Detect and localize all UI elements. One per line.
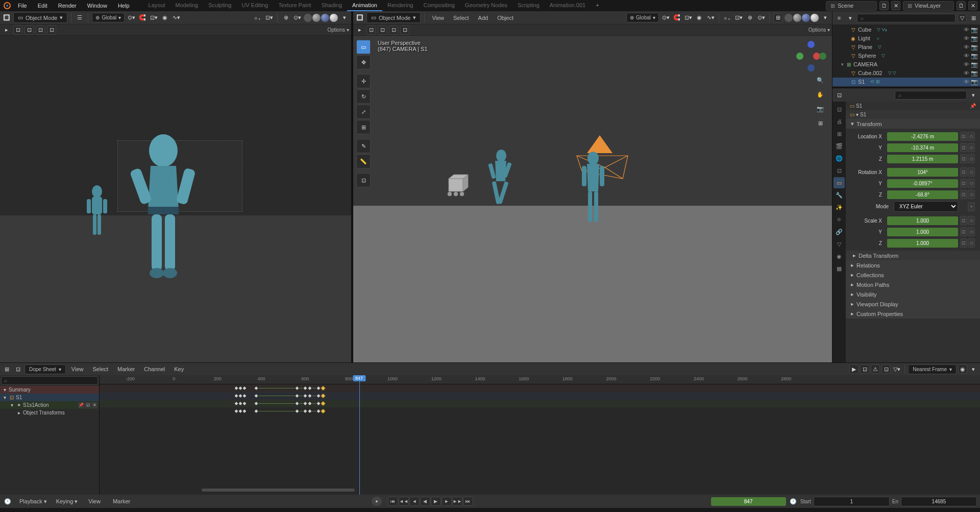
selb2-r-icon[interactable]: ⊡ — [378, 26, 387, 35]
render-icon[interactable]: 📷 — [971, 43, 978, 51]
axis-y-neg[interactable] — [796, 53, 803, 60]
shading-mat-r-icon[interactable] — [802, 14, 810, 22]
workspace-add-button[interactable]: + — [591, 0, 604, 11]
eye-icon[interactable]: 👁 — [964, 35, 969, 42]
render-icon[interactable]: 📷 — [971, 69, 978, 77]
keyframe[interactable] — [307, 409, 312, 414]
menu-icon[interactable]: ☰ — [75, 13, 84, 22]
keyframe[interactable] — [295, 401, 300, 406]
outliner-item-cube[interactable]: ▽Cube▽ V₃👁📷 — [832, 26, 980, 34]
tab-collection[interactable]: ⊡ — [834, 165, 845, 176]
timeline-track[interactable] — [100, 407, 980, 415]
nav-gizmo[interactable] — [796, 41, 827, 71]
ds-view[interactable]: View — [68, 364, 87, 374]
ds-nearest-frame[interactable]: Nearest Frame ▾ — [908, 364, 957, 374]
keyframe[interactable] — [307, 394, 312, 399]
options-left[interactable]: Options ▾ — [328, 27, 349, 33]
scale-z-field[interactable] — [887, 239, 958, 248]
shading-dd-icon[interactable]: ▾ — [340, 13, 349, 22]
axis-z-neg[interactable] — [807, 64, 815, 71]
ds-filter4-icon[interactable]: ⊡ — [881, 364, 891, 374]
play-button[interactable]: ▶ — [431, 497, 441, 506]
rotation-x-field[interactable] — [887, 168, 958, 177]
sel-box4-icon[interactable]: ⊡ — [47, 26, 56, 35]
keyframe[interactable] — [321, 409, 326, 414]
tab-data[interactable]: ▽ — [834, 238, 845, 250]
workspace-tab-animation[interactable]: Animation — [347, 0, 382, 11]
tab-scene[interactable]: 🎬 — [834, 140, 845, 152]
snap-dd-icon[interactable]: ⊡▾ — [149, 13, 158, 22]
tab-render[interactable]: ⊡ — [834, 104, 845, 115]
keyframe[interactable] — [242, 401, 247, 406]
keyframe[interactable] — [242, 394, 247, 399]
snapdd-r-icon[interactable]: ⊡▾ — [683, 13, 693, 22]
outliner[interactable]: ▽Cube▽ V₃👁📷◉Light☼👁📷▽Plane▽👁📷▽Sphere▽👁📷▾… — [832, 25, 980, 87]
tab-physics[interactable]: ⚛ — [834, 214, 845, 225]
keyframe[interactable] — [307, 401, 312, 406]
pan-icon[interactable]: ✋ — [815, 89, 826, 100]
workspace-tab-sculpting[interactable]: Sculpting — [203, 0, 236, 11]
f1-r-icon[interactable]: ⟐▾ — [723, 13, 732, 22]
shading-render-icon[interactable] — [330, 14, 338, 22]
tab-world[interactable]: 🌐 — [834, 153, 845, 164]
prop-r-icon[interactable]: ◉ — [695, 13, 704, 22]
filter1-icon[interactable]: ⟐▾ — [253, 13, 262, 22]
overlay-r-icon[interactable]: ⊕ — [745, 13, 754, 22]
play-reverse-button[interactable]: ◀ — [420, 497, 430, 506]
render-icon[interactable]: 📷 — [971, 26, 978, 34]
frame-prev-button[interactable]: ◄ — [409, 497, 420, 506]
shading-solid-icon[interactable] — [312, 14, 321, 22]
keyframe[interactable] — [321, 386, 326, 391]
scale-y-field[interactable] — [887, 228, 958, 236]
workspace-tab-rendering[interactable]: Rendering — [382, 0, 419, 11]
ds-propdd-icon[interactable]: ▾ — [969, 364, 978, 374]
keyframe-prev-button[interactable]: ◄◄ — [399, 497, 409, 506]
eye-icon[interactable]: 👁 — [964, 26, 969, 34]
end-frame-field[interactable] — [901, 497, 977, 506]
keyframe[interactable] — [254, 409, 259, 414]
camera-view-icon[interactable]: 📷 — [815, 103, 826, 114]
pin-icon[interactable]: 📌 — [970, 103, 976, 109]
workspace-tab-modeling[interactable]: Modeling — [170, 0, 204, 11]
keyframe[interactable] — [254, 386, 259, 391]
tool-select-box[interactable]: ▭ — [356, 40, 371, 54]
timeline-graph[interactable]: -200020040060080010001200140016001800200… — [100, 375, 980, 495]
snap-r-icon[interactable]: 🧲 — [672, 13, 681, 22]
sel-box2-icon[interactable]: ⊡ — [24, 26, 34, 35]
tab-object[interactable]: ▭ — [834, 177, 845, 188]
scale-x-field[interactable] — [887, 216, 958, 225]
tool-settings-icon[interactable]: ▸ — [2, 26, 11, 35]
keyframe[interactable] — [307, 386, 312, 391]
dopesheet-mode[interactable]: Dope Sheet ▾ — [24, 364, 66, 374]
menu-help[interactable]: Help — [113, 1, 134, 10]
section-viewport-display[interactable]: ▸ Viewport Display — [846, 299, 980, 309]
filter2-icon[interactable]: ⊡▾ — [264, 13, 274, 22]
timeline-ruler[interactable]: -200020040060080010001200140016001800200… — [100, 375, 980, 384]
location-x-field[interactable] — [887, 132, 958, 141]
clock-icon[interactable]: 🕐 — [789, 497, 798, 506]
options-right[interactable]: Options ▾ — [808, 27, 830, 33]
rotation-z-field[interactable] — [887, 190, 958, 199]
ds-filter3-icon[interactable]: ⚠ — [871, 364, 880, 374]
overlaydd-r-icon[interactable]: ⊙▾ — [756, 13, 766, 22]
menu-select-r[interactable]: Select — [450, 13, 473, 22]
section-visibility[interactable]: ▸ Visibility — [846, 289, 980, 299]
keyframe[interactable] — [321, 394, 326, 399]
timeline-track[interactable] — [100, 392, 980, 400]
scene-selector[interactable]: ⊞Scene — [826, 1, 877, 11]
tab-modifiers[interactable]: 🔧 — [834, 189, 845, 201]
outliner-search[interactable] — [857, 14, 955, 22]
mode-dropdown-left[interactable]: ▭Object Mode▾ — [13, 12, 67, 23]
rotation-mode-field[interactable]: XYZ Euler — [894, 201, 958, 212]
section-motionpaths[interactable]: ▸ Motion Paths — [846, 280, 980, 289]
playhead[interactable] — [359, 375, 360, 495]
left-viewport[interactable] — [0, 36, 351, 362]
ds-prop-icon[interactable]: ◉ — [958, 364, 967, 374]
menu-add-r[interactable]: Add — [475, 13, 492, 22]
keyframe[interactable] — [295, 394, 300, 399]
tf-marker[interactable]: Marker — [109, 497, 134, 506]
scene-delete-button[interactable]: ✕ — [891, 1, 900, 10]
persp-ortho-icon[interactable]: ⊞ — [815, 117, 826, 129]
menu-window[interactable]: Window — [83, 1, 112, 10]
outliner-item-s1[interactable]: ⊡S1⟲ ⊞👁📷 — [832, 78, 980, 86]
